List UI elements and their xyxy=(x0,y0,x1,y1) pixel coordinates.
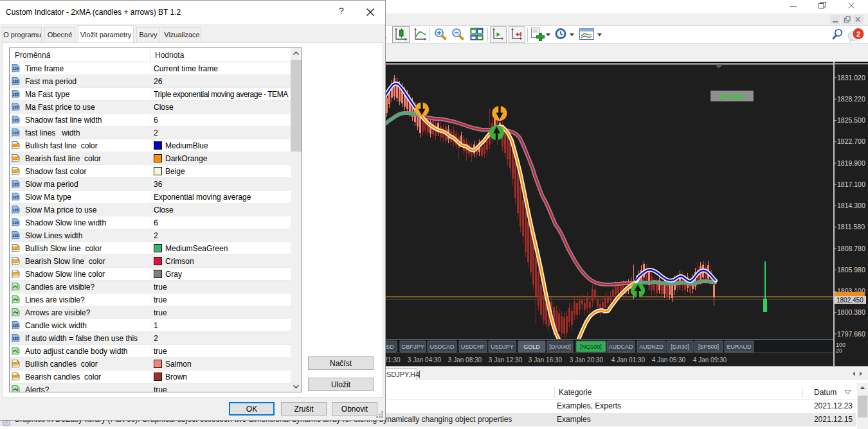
svg-text:USDCAD: USDCAD xyxy=(429,344,455,350)
svg-text:123: 123 xyxy=(12,324,19,328)
svg-text:[DAX40]: [DAX40] xyxy=(549,344,571,350)
svg-text:123: 123 xyxy=(12,234,19,238)
svg-text:123: 123 xyxy=(12,80,19,83)
svg-text:[DJI30]: [DJI30] xyxy=(671,344,689,350)
svg-text:[SP500]: [SP500] xyxy=(698,344,719,350)
svg-text:[NQ100]: [NQ100] xyxy=(580,344,602,350)
svg-text:4 Jan 01:30: 4 Jan 01:30 xyxy=(611,356,646,363)
svg-text:4 Jan 05:30: 4 Jan 05:30 xyxy=(652,356,686,363)
svg-text:1831.020: 1831.020 xyxy=(837,74,865,82)
svg-text:1800.380: 1800.380 xyxy=(837,308,865,316)
svg-text:USDCHF: USDCHF xyxy=(461,344,485,350)
svg-text:1822.700: 1822.700 xyxy=(837,137,865,145)
svg-text:3 Jan 16:30: 3 Jan 16:30 xyxy=(529,356,563,363)
svg-text:123: 123 xyxy=(12,131,19,135)
svg-text:1817.100: 1817.100 xyxy=(837,180,865,188)
svg-text:3 Jan 08:30: 3 Jan 08:30 xyxy=(448,356,482,363)
svg-text:AUDNZD: AUDNZD xyxy=(639,344,664,350)
svg-text:123: 123 xyxy=(12,118,19,122)
svg-text:3 Jan 04:30: 3 Jan 04:30 xyxy=(408,356,442,363)
svg-text:2X MA: 2X MA xyxy=(719,92,744,101)
svg-text:1819.900: 1819.900 xyxy=(837,159,865,167)
svg-text:1811.580: 1811.580 xyxy=(837,223,865,231)
svg-text:3 Jan 20:30: 3 Jan 20:30 xyxy=(570,356,604,363)
svg-text:123: 123 xyxy=(12,337,19,340)
svg-text:EURAUD: EURAUD xyxy=(727,344,752,350)
svg-text:GBPJPY: GBPJPY xyxy=(401,344,424,350)
svg-text:123: 123 xyxy=(12,67,19,71)
svg-text:123: 123 xyxy=(12,221,19,225)
svg-text:2: 2 xyxy=(856,30,860,38)
svg-text:AUDCAD: AUDCAD xyxy=(608,344,633,350)
svg-text:GOLD: GOLD xyxy=(523,344,540,350)
svg-text:1797.660: 1797.660 xyxy=(837,330,865,338)
svg-text:21:30: 21:30 xyxy=(385,356,401,363)
svg-text:123: 123 xyxy=(12,182,19,186)
svg-text:1805.980: 1805.980 xyxy=(837,266,865,274)
svg-text:123: 123 xyxy=(12,92,19,96)
svg-text:1825.500: 1825.500 xyxy=(837,116,865,124)
svg-text:4 Jan 09:30: 4 Jan 09:30 xyxy=(693,356,727,363)
svg-text:USDJPY: USDJPY xyxy=(491,344,514,350)
svg-text:20: 20 xyxy=(836,347,842,354)
svg-text:1802.450: 1802.450 xyxy=(836,297,863,304)
svg-text:123: 123 xyxy=(12,208,19,212)
svg-text:1808.780: 1808.780 xyxy=(837,245,865,252)
svg-text:123: 123 xyxy=(12,195,19,199)
svg-text:1828.220: 1828.220 xyxy=(837,95,865,103)
svg-text:123: 123 xyxy=(12,105,19,109)
svg-text:1814.300: 1814.300 xyxy=(837,202,865,209)
svg-text:SD: SD xyxy=(386,344,394,350)
svg-text:SDJPY,H4: SDJPY,H4 xyxy=(386,371,419,378)
svg-text:3 Jan 12:30: 3 Jan 12:30 xyxy=(489,356,523,363)
